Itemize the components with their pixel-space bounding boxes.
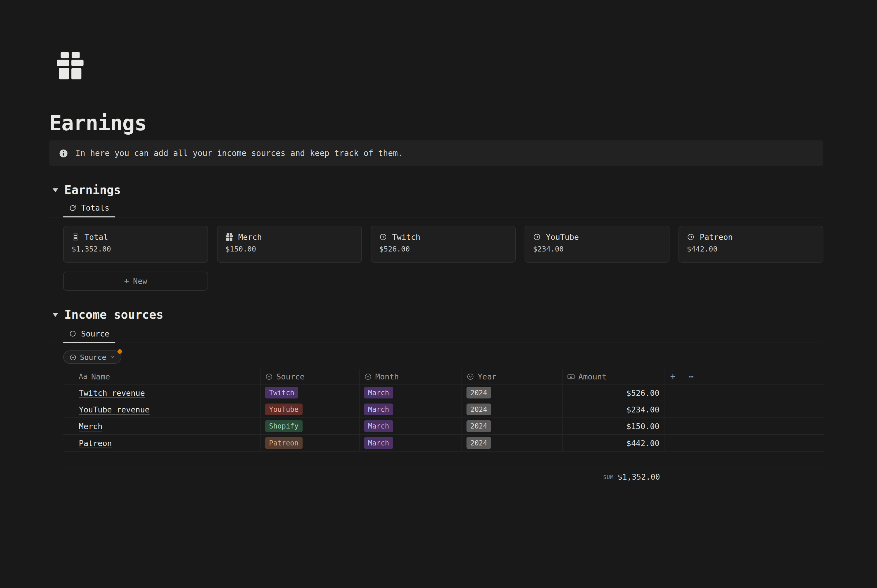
toggle-triangle-icon[interactable]	[53, 312, 58, 316]
notification-dot	[117, 350, 122, 354]
year-tag[interactable]: 2024	[466, 387, 491, 398]
section-income-sources-title[interactable]: Income sources	[64, 308, 163, 321]
row-title-link[interactable]: YouTube revenue	[79, 405, 150, 414]
new-card-button[interactable]: + New	[63, 272, 208, 291]
arrow-circle-icon	[687, 233, 695, 241]
card-merch[interactable]: Merch $150.00	[217, 226, 362, 262]
amount-cell[interactable]: $526.00	[563, 384, 665, 400]
amount-value: $234.00	[626, 405, 659, 414]
page-icon-gift[interactable]	[55, 0, 91, 80]
source-tag[interactable]: Twitch	[265, 387, 298, 398]
month-cell[interactable]: March	[360, 384, 462, 400]
row-title-link[interactable]: Twitch revenue	[79, 388, 145, 397]
month-tag[interactable]: March	[364, 420, 393, 432]
column-header-month[interactable]: Month	[360, 369, 462, 384]
amount-cell[interactable]: $234.00	[563, 401, 665, 417]
table-more-button[interactable]: ⋯	[681, 369, 701, 384]
month-cell[interactable]: March	[360, 401, 462, 417]
circle-icon	[69, 330, 77, 338]
totals-card-gallery: Total $1,352.00 Merch $150.00 Twitch $52…	[63, 226, 823, 262]
refresh-icon	[69, 204, 77, 212]
amount-value: $526.00	[626, 388, 659, 397]
amount-value: $442.00	[626, 438, 659, 447]
sum-cell[interactable]: SUM $1,352.00	[563, 468, 665, 485]
row-title-link[interactable]: Patreon	[79, 438, 112, 447]
chevron-down-icon	[110, 354, 115, 360]
card-label: Patreon	[700, 232, 733, 242]
name-cell[interactable]: Patreon	[63, 435, 260, 451]
amount-cell[interactable]: $150.00	[563, 418, 665, 434]
add-row-area[interactable]	[63, 452, 824, 468]
tab-totals[interactable]: Totals	[63, 200, 115, 218]
source-tag[interactable]: Patreon	[265, 437, 302, 448]
source-cell[interactable]: Patreon	[261, 435, 360, 451]
callout[interactable]: In here you can add all your income sour…	[49, 140, 823, 166]
source-filter-chip[interactable]: Source	[63, 351, 121, 364]
year-cell[interactable]: 2024	[462, 401, 563, 417]
card-youtube[interactable]: YouTube $234.00	[525, 226, 670, 262]
column-header-name[interactable]: Aa Name	[63, 369, 260, 384]
month-tag[interactable]: March	[364, 387, 393, 398]
toggle-triangle-icon[interactable]	[53, 188, 58, 192]
row-filler	[681, 384, 701, 400]
text-property-icon: Aa	[79, 372, 87, 381]
year-tag[interactable]: 2024	[466, 404, 491, 415]
month-tag[interactable]: March	[364, 437, 393, 448]
column-header-year[interactable]: Year	[462, 369, 563, 384]
source-tag[interactable]: Shopify	[265, 420, 302, 432]
year-cell[interactable]: 2024	[462, 418, 563, 434]
row-filler	[665, 384, 681, 400]
card-header: Total	[72, 232, 200, 242]
column-header-source[interactable]: Source	[261, 369, 360, 384]
card-label: Twitch	[392, 232, 420, 242]
tab-totals-label: Totals	[81, 203, 109, 212]
source-cell[interactable]: Shopify	[261, 418, 360, 434]
name-cell[interactable]: Twitch revenue	[63, 384, 260, 400]
card-amount: $442.00	[687, 245, 815, 253]
select-icon	[364, 372, 372, 380]
column-label: Name	[91, 372, 110, 381]
callout-text: In here you can add all your income sour…	[75, 148, 403, 158]
card-header: Twitch	[379, 232, 507, 242]
year-cell[interactable]: 2024	[462, 435, 563, 451]
row-title-link[interactable]: Merch	[79, 422, 102, 431]
month-cell[interactable]: March	[360, 435, 462, 451]
calculator-icon	[72, 233, 80, 241]
gift-icon	[55, 51, 85, 80]
card-twitch[interactable]: Twitch $526.00	[371, 226, 516, 262]
name-cell[interactable]: YouTube revenue	[63, 401, 260, 417]
column-header-amount[interactable]: Amount	[563, 369, 665, 384]
tab-source[interactable]: Source	[63, 326, 115, 343]
income-sources-table: Aa Name Source Month Year Amount	[63, 369, 824, 485]
select-icon	[466, 372, 474, 380]
sum-row[interactable]: SUM $1,352.00	[63, 468, 824, 485]
column-label: Year	[478, 372, 497, 381]
section-earnings-title[interactable]: Earnings	[64, 183, 121, 197]
row-filler	[701, 384, 824, 400]
card-total[interactable]: Total $1,352.00	[63, 226, 208, 262]
source-cell[interactable]: YouTube	[261, 401, 360, 417]
card-header: Patreon	[687, 232, 815, 242]
year-tag[interactable]: 2024	[466, 420, 491, 432]
more-icon: ⋯	[689, 371, 694, 381]
notion-page: Earnings In here you can add all your in…	[0, 0, 877, 588]
source-tag[interactable]: YouTube	[265, 404, 302, 415]
amount-cell[interactable]: $442.00	[563, 435, 665, 451]
source-cell[interactable]: Twitch	[261, 384, 360, 400]
card-label: YouTube	[546, 232, 579, 242]
page-title[interactable]: Earnings	[49, 111, 823, 136]
card-patreon[interactable]: Patreon $442.00	[678, 226, 823, 262]
arrow-circle-icon	[379, 233, 387, 241]
card-header: YouTube	[533, 232, 661, 242]
month-tag[interactable]: March	[364, 404, 393, 415]
page-content: Earnings In here you can add all your in…	[49, 0, 823, 485]
card-amount: $1,352.00	[72, 245, 200, 253]
add-column-button[interactable]: +	[665, 369, 681, 384]
amount-value: $150.00	[626, 422, 659, 431]
year-tag[interactable]: 2024	[466, 437, 491, 448]
column-label: Month	[375, 372, 399, 381]
name-cell[interactable]: Merch	[63, 418, 260, 434]
month-cell[interactable]: March	[360, 418, 462, 434]
plus-icon: +	[670, 371, 675, 381]
year-cell[interactable]: 2024	[462, 384, 563, 400]
